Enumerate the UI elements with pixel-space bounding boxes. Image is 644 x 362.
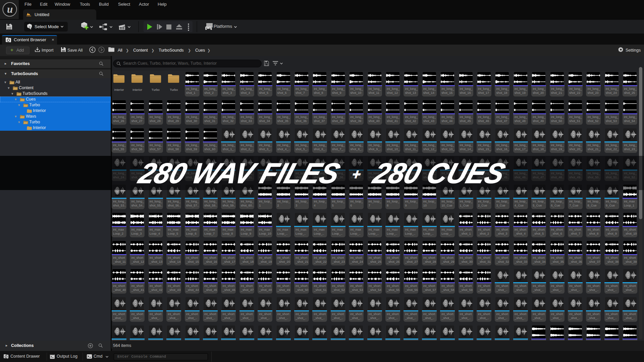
- svg-text:u: u: [7, 3, 13, 15]
